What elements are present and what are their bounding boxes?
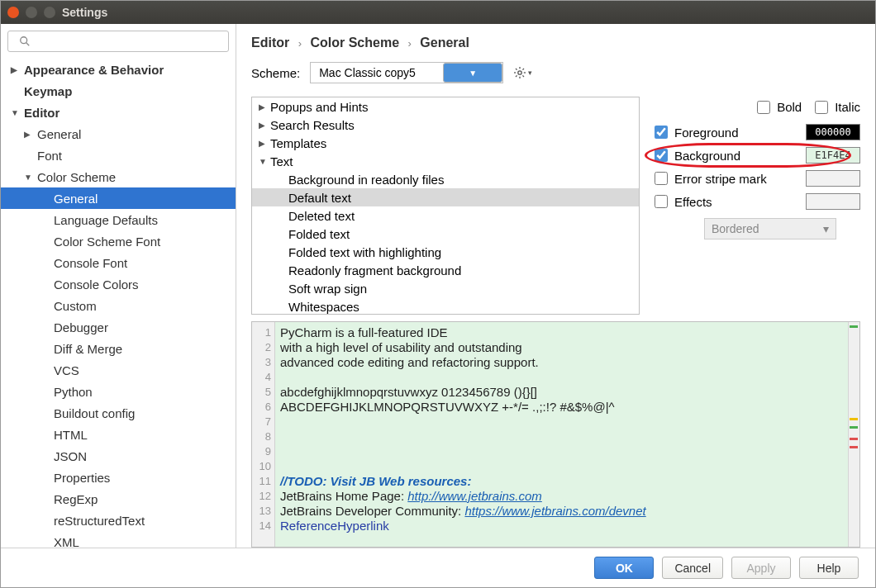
category-background-in-readonly-files[interactable]: Background in readonly files	[252, 170, 639, 188]
category-label: Soft wrap sign	[288, 282, 367, 296]
category-label: Text	[270, 154, 293, 168]
chevron-down-icon: ▾	[823, 222, 829, 235]
effects-checkbox[interactable]	[655, 195, 668, 208]
category-label: Folded text	[288, 227, 350, 241]
svg-line-10	[523, 69, 525, 70]
sidebar-item-properties[interactable]: Properties	[1, 467, 236, 488]
sidebar-item-label: Debugger	[54, 320, 108, 334]
sidebar-item-label: Python	[54, 385, 93, 399]
tree-arrow-icon: ▶	[259, 139, 270, 148]
sidebar-item-json[interactable]: JSON	[1, 445, 236, 467]
sidebar-item-language-defaults[interactable]: Language Defaults	[1, 209, 236, 230]
settings-tree[interactable]: ▶Appearance & BehaviorKeymap▼Editor▶Gene…	[1, 59, 236, 548]
tree-arrow-icon: ▶	[259, 121, 270, 130]
error-stripe-label: Error stripe mark	[674, 172, 767, 186]
sidebar-item-label: HTML	[54, 428, 88, 442]
color-category-tree[interactable]: ▶Popups and Hints▶Search Results▶Templat…	[251, 97, 640, 315]
breadcrumb-editor[interactable]: Editor	[251, 36, 289, 50]
error-stripe-checkbox[interactable]	[655, 172, 668, 185]
category-deleted-text[interactable]: Deleted text	[252, 206, 639, 225]
italic-checkbox[interactable]: Italic	[815, 100, 860, 114]
maximize-icon[interactable]	[44, 7, 55, 18]
sidebar-item-keymap[interactable]: Keymap	[1, 80, 236, 102]
sidebar-item-editor[interactable]: ▼Editor	[1, 102, 236, 123]
sidebar-item-debugger[interactable]: Debugger	[1, 316, 236, 338]
tree-arrow-icon: ▼	[259, 157, 270, 166]
sidebar-item-appearance-behavior[interactable]: ▶Appearance & Behavior	[1, 59, 236, 80]
error-stripe-swatch[interactable]	[806, 170, 860, 187]
close-icon[interactable]	[7, 7, 19, 18]
sidebar-item-label: JSON	[54, 449, 87, 463]
background-checkbox[interactable]	[655, 149, 668, 162]
color-options-panel: Bold Italic Foreground 000000 Background…	[655, 97, 860, 315]
category-text[interactable]: ▼Text	[252, 152, 639, 170]
sidebar-item-label: XML	[54, 535, 79, 548]
sidebar-item-label: Color Scheme Font	[54, 235, 160, 249]
tree-arrow-icon: ▶	[11, 65, 21, 74]
dialog-footer: OK Cancel Apply Help	[1, 548, 875, 587]
apply-button: Apply	[731, 557, 791, 579]
window-title: Settings	[62, 6, 107, 19]
foreground-checkbox[interactable]	[655, 126, 668, 139]
stripe-marker	[850, 418, 858, 420]
effects-swatch[interactable]	[806, 193, 860, 210]
sidebar-item-vcs[interactable]: VCS	[1, 359, 236, 381]
preview-editor[interactable]: 1234567891011121314 PyCharm is a full-fe…	[251, 321, 860, 548]
category-popups-and-hints[interactable]: ▶Popups and Hints	[252, 97, 639, 116]
sidebar-item-font[interactable]: Font	[1, 145, 236, 166]
tree-arrow-icon: ▶	[24, 130, 34, 139]
sidebar-item-label: RegExp	[54, 492, 98, 506]
category-whitespaces[interactable]: Whitespaces	[252, 297, 639, 315]
chevron-down-icon[interactable]: ▼	[443, 63, 502, 83]
sidebar-item-diff-merge[interactable]: Diff & Merge	[1, 338, 236, 359]
sidebar-item-label: Console Colors	[54, 277, 139, 292]
category-templates[interactable]: ▶Templates	[252, 134, 639, 152]
scheme-actions-button[interactable]: ▾	[513, 66, 532, 79]
bold-checkbox[interactable]: Bold	[757, 100, 802, 114]
background-swatch[interactable]: E1F4E4	[806, 147, 860, 164]
minimize-icon[interactable]	[26, 7, 37, 18]
sidebar-item-color-scheme-font[interactable]: Color Scheme Font	[1, 230, 236, 252]
tree-arrow-icon: ▶	[259, 102, 270, 111]
category-label: Background in readonly files	[288, 173, 444, 187]
category-label: Search Results	[270, 118, 355, 132]
effects-type-select: Bordered ▾	[704, 218, 836, 239]
sidebar-item-console-colors[interactable]: Console Colors	[1, 273, 236, 295]
svg-point-2	[518, 71, 521, 74]
category-soft-wrap-sign[interactable]: Soft wrap sign	[252, 279, 639, 297]
category-readonly-fragment-background[interactable]: Readonly fragment background	[252, 261, 639, 279]
sidebar-item-html[interactable]: HTML	[1, 424, 236, 445]
help-button[interactable]: Help	[799, 557, 859, 579]
sidebar-item-color-scheme[interactable]: ▼Color Scheme	[1, 166, 236, 187]
breadcrumb-color-scheme[interactable]: Color Scheme	[310, 36, 399, 50]
scheme-value: Mac Classic copy5	[311, 66, 443, 79]
sidebar-item-custom[interactable]: Custom	[1, 295, 236, 316]
scheme-select[interactable]: Mac Classic copy5 ▼	[310, 62, 503, 83]
foreground-swatch[interactable]: 000000	[806, 124, 860, 140]
stripe-marker	[850, 438, 858, 440]
sidebar-item-buildout-config[interactable]: Buildout config	[1, 402, 236, 424]
sidebar-item-xml[interactable]: XML	[1, 531, 236, 548]
category-folded-text[interactable]: Folded text	[252, 225, 639, 243]
category-folded-text-with-highlighting[interactable]: Folded text with highlighting	[252, 243, 639, 261]
sidebar-item-general[interactable]: General	[1, 187, 236, 209]
effects-label: Effects	[674, 195, 712, 209]
category-label: Templates	[270, 136, 326, 150]
sidebar-item-restructuredtext[interactable]: reStructuredText	[1, 510, 236, 531]
category-label: Deleted text	[288, 209, 355, 223]
category-search-results[interactable]: ▶Search Results	[252, 116, 639, 134]
category-default-text[interactable]: Default text	[252, 188, 639, 206]
sidebar-item-python[interactable]: Python	[1, 381, 236, 402]
sidebar-item-regexp[interactable]: RegExp	[1, 488, 236, 510]
sidebar-item-general[interactable]: ▶General	[1, 123, 236, 145]
sidebar-item-label: Keymap	[24, 84, 72, 98]
titlebar: Settings	[1, 1, 875, 24]
sidebar-item-console-font[interactable]: Console Font	[1, 252, 236, 273]
ok-button[interactable]: OK	[594, 557, 654, 579]
sidebar-item-label: General	[37, 127, 81, 141]
sidebar-item-label: Properties	[54, 471, 110, 485]
error-stripe[interactable]	[848, 322, 859, 547]
scheme-label: Scheme:	[251, 66, 300, 80]
settings-search-input[interactable]	[7, 31, 229, 52]
cancel-button[interactable]: Cancel	[662, 557, 723, 579]
